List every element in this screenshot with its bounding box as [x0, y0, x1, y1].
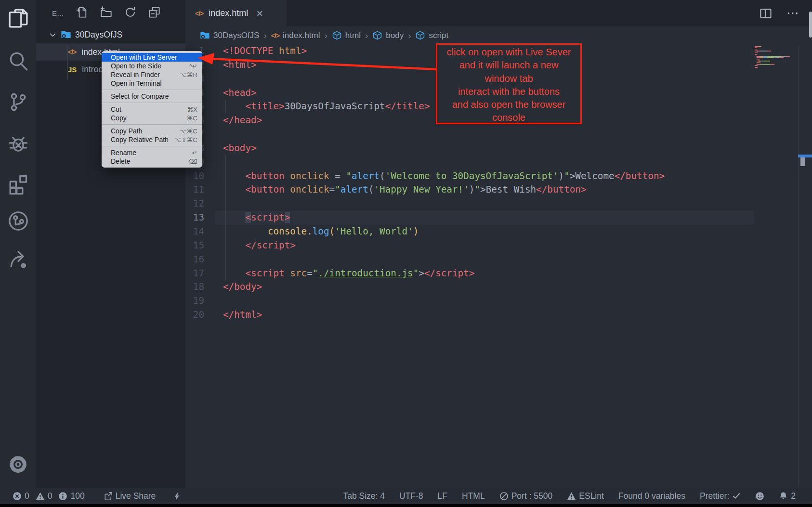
activitybar-item-explorer[interactable]: [0, 8, 36, 29]
menu-separator: [102, 103, 202, 103]
status-item-html[interactable]: HTML: [462, 491, 485, 501]
more-actions-icon[interactable]: ⋯: [786, 6, 799, 21]
menu-item-open-to-the-side[interactable]: Open to the Side^↵: [102, 62, 202, 70]
status-item-label: Tab Size: 4: [343, 491, 385, 501]
menu-item-open-with-live-server[interactable]: Open with Live Server: [102, 53, 202, 62]
menu-item-copy[interactable]: Copy⌘C: [102, 114, 202, 122]
code-line-15[interactable]: 15 </script>: [185, 239, 812, 253]
folder-icon: [200, 30, 210, 40]
activitybar-item-extensions[interactable]: [0, 173, 36, 195]
annotation-box: click on open with Live Sever and it wil…: [436, 43, 582, 124]
status-item-100[interactable]: 100: [58, 491, 84, 501]
extensions-icon: [8, 173, 29, 195]
menu-item-label: Select for Compare: [111, 92, 169, 100]
status-item-smiley[interactable]: [755, 492, 764, 501]
breadcrumb-label: index.html: [283, 31, 320, 40]
activitybar-item-search[interactable]: [0, 50, 36, 71]
menu-item-open-in-terminal[interactable]: Open in Terminal: [102, 79, 202, 88]
js-file-icon: JS: [68, 65, 77, 74]
status-item-label: 2: [791, 491, 796, 501]
status-item-label: 0: [25, 491, 29, 501]
status-item-eslint[interactable]: ESLint: [567, 491, 604, 501]
code-line-18[interactable]: 18</body>: [185, 280, 812, 294]
close-tab-icon[interactable]: ×: [256, 8, 263, 19]
folder-row-30daysofjs[interactable]: 30DaysOfJS: [36, 26, 185, 43]
code-line-12[interactable]: 12: [185, 197, 812, 211]
line-content: </body>: [223, 280, 262, 294]
code-line-14[interactable]: 14 console.log('Hello, World'): [185, 225, 812, 239]
line-number: 14: [185, 225, 204, 239]
error-circle-icon: [13, 492, 22, 501]
menu-item-reveal-in-finder[interactable]: Reveal in Finder⌥⌘R: [102, 70, 202, 79]
activitybar-item-live-share[interactable]: [0, 248, 36, 270]
collapse-all-button[interactable]: [148, 6, 160, 20]
menu-item-label: Delete: [111, 157, 130, 165]
breadcrumb-item-script[interactable]: script: [415, 30, 448, 40]
breadcrumb-item-html[interactable]: html: [332, 30, 361, 40]
code-line-16[interactable]: 16: [185, 253, 812, 267]
status-bar-left: 00100Live Share: [0, 491, 182, 501]
status-item-0[interactable]: 0: [13, 491, 29, 501]
breadcrumb-item-body[interactable]: body: [372, 30, 404, 40]
minimap[interactable]: [755, 46, 797, 74]
port-slash-icon: [499, 492, 509, 501]
menu-item-copy-relative-path[interactable]: Copy Relative Path⌥⇧⌘C: [102, 135, 202, 144]
code-line-17[interactable]: 17 <script src="./introduction.js"></scr…: [185, 267, 812, 281]
new-file-button[interactable]: [76, 6, 88, 20]
split-editor-icon[interactable]: [760, 7, 772, 20]
activitybar-item-run-debug[interactable]: [0, 133, 36, 154]
breadcrumb: 30DaysOfJS›</>index.html›html›body›scrip…: [185, 26, 812, 44]
menu-item-select-for-compare[interactable]: Select for Compare: [102, 92, 202, 101]
status-item-label: Found 0 variables: [618, 491, 685, 501]
code-line-9[interactable]: 9: [185, 156, 812, 169]
window-bottom-edge: [0, 504, 812, 507]
line-number: 20: [185, 308, 204, 322]
status-item-label: ESLint: [579, 491, 604, 501]
refresh-button[interactable]: [124, 6, 136, 20]
status-item-port-5500[interactable]: Port : 5500: [499, 491, 553, 501]
activitybar-item-settings-gear[interactable]: [0, 455, 36, 474]
code-line-19[interactable]: 19: [185, 294, 812, 308]
menu-item-label: Rename: [111, 149, 136, 156]
tab-index-html[interactable]: </> index.html ×: [185, 0, 287, 26]
symbol-cube-icon: [415, 30, 425, 40]
menu-item-shortcut: ↵: [192, 149, 197, 156]
status-item-0[interactable]: 0: [36, 491, 52, 501]
status-item-bolt[interactable]: [172, 492, 182, 501]
status-item-utf-8[interactable]: UTF-8: [399, 491, 423, 501]
status-item-tab-size-4[interactable]: Tab Size: 4: [343, 491, 385, 501]
activitybar-item-remote-explorer[interactable]: [0, 210, 36, 232]
folder-icon: [61, 29, 71, 40]
status-item-prettier-[interactable]: Prettier:: [700, 491, 741, 501]
line-content: <script>: [223, 211, 290, 225]
activitybar-item-source-control[interactable]: [0, 91, 36, 113]
overview-ruler-border: [798, 45, 799, 488]
status-item-2[interactable]: 2: [779, 491, 796, 501]
window-scrollbar[interactable]: [809, 12, 812, 38]
breadcrumb-item-30DaysOfJS[interactable]: 30DaysOfJS: [200, 30, 259, 40]
menu-item-copy-path[interactable]: Copy Path⌥⌘C: [102, 127, 202, 135]
status-item-lf[interactable]: LF: [438, 491, 447, 501]
search-icon: [8, 50, 29, 71]
scrollbar-thumb[interactable]: [800, 157, 805, 166]
code-line-11[interactable]: 11 <button onclick="alert('Happy New Yea…: [185, 183, 812, 197]
line-content: <body>: [223, 142, 257, 156]
line-content: </head>: [223, 114, 262, 128]
code-line-8[interactable]: 8<body>: [185, 142, 812, 156]
menu-item-cut[interactable]: Cut⌘X: [102, 105, 202, 114]
code-line-7[interactable]: 7: [185, 128, 812, 142]
code-line-10[interactable]: 10 <button onclick = "alert('Welcome to …: [185, 169, 812, 183]
status-item-label: UTF-8: [399, 491, 423, 501]
code-line-13[interactable]: 13 <script>: [185, 211, 812, 225]
menu-item-delete[interactable]: Delete⌫: [102, 157, 202, 166]
status-item-found-0-variables[interactable]: Found 0 variables: [618, 491, 685, 501]
menu-item-label: Cut: [111, 105, 121, 113]
new-folder-button[interactable]: [100, 6, 112, 20]
line-content: <button onclick="alert('Happy New Year!'…: [223, 183, 587, 197]
line-content: console.log('Hello, World'): [223, 225, 419, 239]
breadcrumb-item-index.html[interactable]: </>index.html: [271, 31, 320, 40]
code-line-20[interactable]: 20</html>: [185, 308, 812, 322]
settings-gear-icon: [8, 455, 28, 474]
menu-item-rename[interactable]: Rename↵: [102, 148, 202, 157]
status-item-live-share[interactable]: Live Share: [104, 491, 156, 501]
